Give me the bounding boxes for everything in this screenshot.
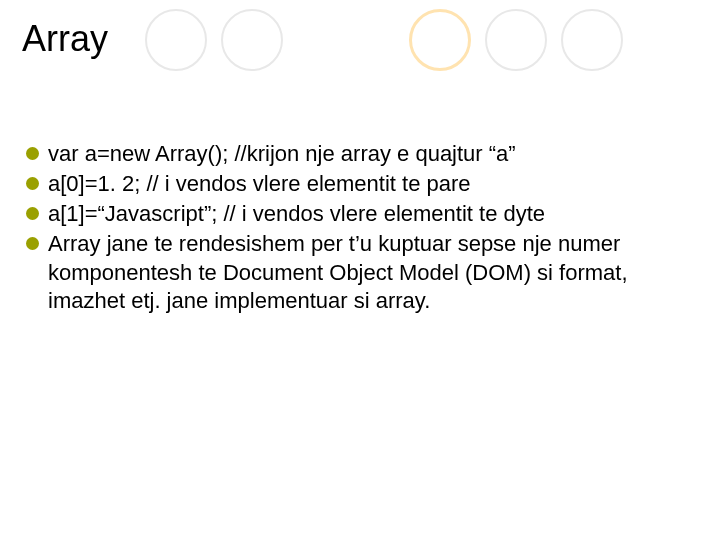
circle-deco xyxy=(409,9,471,71)
list-item: var a=new Array(); //krijon nje array e … xyxy=(26,140,696,168)
list-item: a[1]=“Javascript”; // i vendos vlere ele… xyxy=(26,200,696,228)
slide: Array var a=new Array(); //krijon nje ar… xyxy=(0,0,720,540)
list-item-text: a[1]=“Javascript”; // i vendos vlere ele… xyxy=(48,201,545,226)
list-item: a[0]=1. 2; // i vendos vlere elementit t… xyxy=(26,170,696,198)
list-item-text: Array jane te rendesishem per t’u kuptua… xyxy=(48,231,628,312)
bullet-list: var a=new Array(); //krijon nje array e … xyxy=(26,140,696,317)
circle-deco xyxy=(485,9,547,71)
slide-title: Array xyxy=(22,18,108,60)
bullet-icon xyxy=(26,147,39,160)
list-item: Array jane te rendesishem per t’u kuptua… xyxy=(26,230,696,314)
list-item-text: var a=new Array(); //krijon nje array e … xyxy=(48,141,516,166)
bullet-icon xyxy=(26,207,39,220)
bullet-icon xyxy=(26,237,39,250)
circle-deco xyxy=(145,9,207,71)
circle-deco xyxy=(561,9,623,71)
bullet-icon xyxy=(26,177,39,190)
circle-deco xyxy=(221,9,283,71)
list-item-text: a[0]=1. 2; // i vendos vlere elementit t… xyxy=(48,171,471,196)
